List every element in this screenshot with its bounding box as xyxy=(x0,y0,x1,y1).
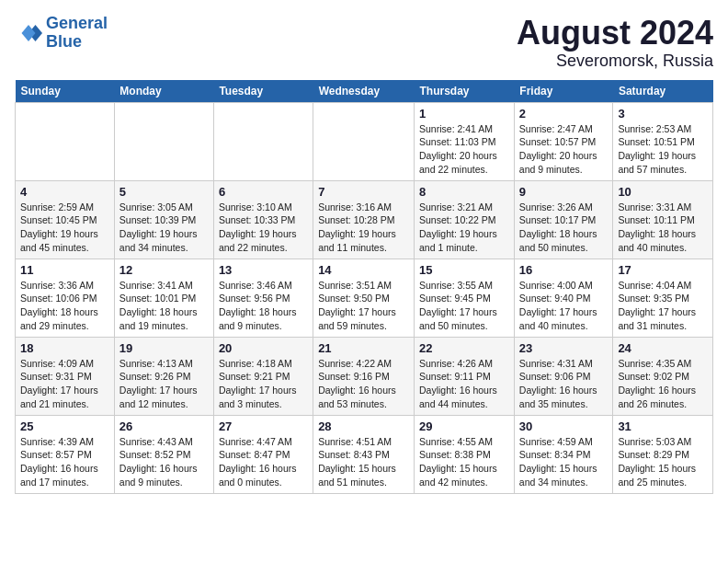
calendar-week-1: 1Sunrise: 2:41 AM Sunset: 11:03 PM Dayli… xyxy=(16,102,713,180)
weekday-header-sunday: Sunday xyxy=(16,80,115,103)
day-number: 25 xyxy=(20,419,109,433)
logo-icon xyxy=(15,19,42,47)
calendar-cell: 1Sunrise: 2:41 AM Sunset: 11:03 PM Dayli… xyxy=(415,102,515,180)
day-number: 15 xyxy=(419,263,509,277)
calendar-cell: 18Sunrise: 4:09 AM Sunset: 9:31 PM Dayli… xyxy=(16,337,115,415)
logo-text: General Blue xyxy=(46,15,108,52)
calendar-cell xyxy=(114,102,213,180)
day-number: 29 xyxy=(419,419,509,433)
day-number: 9 xyxy=(519,185,609,199)
weekday-header-friday: Friday xyxy=(514,80,613,103)
day-info: Sunrise: 4:00 AM Sunset: 9:40 PM Dayligh… xyxy=(519,279,609,333)
calendar-week-2: 4Sunrise: 2:59 AM Sunset: 10:45 PM Dayli… xyxy=(16,180,713,259)
day-info: Sunrise: 4:59 AM Sunset: 8:34 PM Dayligh… xyxy=(519,435,609,489)
day-number: 13 xyxy=(219,263,308,277)
day-number: 23 xyxy=(519,341,609,355)
calendar-cell: 4Sunrise: 2:59 AM Sunset: 10:45 PM Dayli… xyxy=(16,180,115,259)
calendar-cell: 5Sunrise: 3:05 AM Sunset: 10:39 PM Dayli… xyxy=(114,180,213,259)
calendar-week-3: 11Sunrise: 3:36 AM Sunset: 10:06 PM Dayl… xyxy=(16,259,713,337)
weekday-header-saturday: Saturday xyxy=(613,80,713,103)
day-info: Sunrise: 3:21 AM Sunset: 10:22 PM Daylig… xyxy=(419,201,509,255)
day-info: Sunrise: 2:41 AM Sunset: 11:03 PM Daylig… xyxy=(419,122,509,177)
logo-line1: General xyxy=(46,14,108,32)
calendar-cell: 12Sunrise: 3:41 AM Sunset: 10:01 PM Dayl… xyxy=(114,259,213,337)
day-number: 19 xyxy=(119,341,209,355)
day-number: 5 xyxy=(119,185,209,199)
weekday-header-monday: Monday xyxy=(114,80,213,103)
day-number: 14 xyxy=(318,263,409,277)
calendar-cell: 10Sunrise: 3:31 AM Sunset: 10:11 PM Dayl… xyxy=(613,180,713,259)
calendar-cell xyxy=(213,102,313,180)
day-info: Sunrise: 3:26 AM Sunset: 10:17 PM Daylig… xyxy=(519,201,609,255)
logo-line2: Blue xyxy=(46,32,82,51)
page-subtitle: Severomorsk, Russia xyxy=(517,52,713,71)
calendar-cell: 26Sunrise: 4:43 AM Sunset: 8:52 PM Dayli… xyxy=(114,415,213,493)
calendar-cell: 30Sunrise: 4:59 AM Sunset: 8:34 PM Dayli… xyxy=(514,415,613,493)
calendar-table: SundayMondayTuesdayWednesdayThursdayFrid… xyxy=(15,80,713,494)
calendar-cell: 13Sunrise: 3:46 AM Sunset: 9:56 PM Dayli… xyxy=(213,259,313,337)
day-info: Sunrise: 4:31 AM Sunset: 9:06 PM Dayligh… xyxy=(519,357,609,411)
page-header: General Blue August 2024 Severomorsk, Ru… xyxy=(15,15,713,71)
calendar-cell: 14Sunrise: 3:51 AM Sunset: 9:50 PM Dayli… xyxy=(313,259,415,337)
day-info: Sunrise: 4:43 AM Sunset: 8:52 PM Dayligh… xyxy=(119,435,209,489)
calendar-cell: 29Sunrise: 4:55 AM Sunset: 8:38 PM Dayli… xyxy=(415,415,515,493)
day-info: Sunrise: 4:35 AM Sunset: 9:02 PM Dayligh… xyxy=(618,357,708,411)
calendar-cell: 24Sunrise: 4:35 AM Sunset: 9:02 PM Dayli… xyxy=(613,337,713,415)
calendar-cell: 8Sunrise: 3:21 AM Sunset: 10:22 PM Dayli… xyxy=(415,180,515,259)
day-info: Sunrise: 3:31 AM Sunset: 10:11 PM Daylig… xyxy=(618,201,708,255)
day-number: 8 xyxy=(419,185,509,199)
day-info: Sunrise: 3:51 AM Sunset: 9:50 PM Dayligh… xyxy=(318,279,409,333)
calendar-cell: 31Sunrise: 5:03 AM Sunset: 8:29 PM Dayli… xyxy=(613,415,713,493)
day-number: 16 xyxy=(519,263,609,277)
day-number: 10 xyxy=(618,185,708,199)
day-number: 17 xyxy=(618,263,708,277)
day-info: Sunrise: 4:26 AM Sunset: 9:11 PM Dayligh… xyxy=(419,357,509,411)
day-info: Sunrise: 3:16 AM Sunset: 10:28 PM Daylig… xyxy=(318,201,409,255)
day-number: 21 xyxy=(318,341,409,355)
calendar-cell: 16Sunrise: 4:00 AM Sunset: 9:40 PM Dayli… xyxy=(514,259,613,337)
day-info: Sunrise: 3:05 AM Sunset: 10:39 PM Daylig… xyxy=(119,201,209,255)
calendar-cell: 2Sunrise: 2:47 AM Sunset: 10:57 PM Dayli… xyxy=(514,102,613,180)
day-info: Sunrise: 2:53 AM Sunset: 10:51 PM Daylig… xyxy=(618,122,708,177)
day-number: 30 xyxy=(519,419,609,433)
calendar-cell: 15Sunrise: 3:55 AM Sunset: 9:45 PM Dayli… xyxy=(415,259,515,337)
day-info: Sunrise: 5:03 AM Sunset: 8:29 PM Dayligh… xyxy=(618,435,708,489)
day-number: 31 xyxy=(618,419,708,433)
day-info: Sunrise: 3:10 AM Sunset: 10:33 PM Daylig… xyxy=(219,201,308,255)
calendar-cell xyxy=(313,102,415,180)
calendar-cell: 22Sunrise: 4:26 AM Sunset: 9:11 PM Dayli… xyxy=(415,337,515,415)
calendar-cell: 27Sunrise: 4:47 AM Sunset: 8:47 PM Dayli… xyxy=(213,415,313,493)
weekday-header-wednesday: Wednesday xyxy=(313,80,415,103)
day-info: Sunrise: 3:55 AM Sunset: 9:45 PM Dayligh… xyxy=(419,279,509,333)
day-info: Sunrise: 4:13 AM Sunset: 9:26 PM Dayligh… xyxy=(119,357,209,411)
calendar-cell: 19Sunrise: 4:13 AM Sunset: 9:26 PM Dayli… xyxy=(114,337,213,415)
day-info: Sunrise: 4:39 AM Sunset: 8:57 PM Dayligh… xyxy=(20,435,109,489)
day-info: Sunrise: 4:04 AM Sunset: 9:35 PM Dayligh… xyxy=(618,279,708,333)
day-info: Sunrise: 4:18 AM Sunset: 9:21 PM Dayligh… xyxy=(219,357,308,411)
day-number: 28 xyxy=(318,419,409,433)
calendar-cell: 7Sunrise: 3:16 AM Sunset: 10:28 PM Dayli… xyxy=(313,180,415,259)
day-number: 27 xyxy=(219,419,308,433)
day-number: 18 xyxy=(20,341,109,355)
day-number: 6 xyxy=(219,185,308,199)
calendar-cell xyxy=(16,102,115,180)
title-block: August 2024 Severomorsk, Russia xyxy=(517,15,713,71)
day-number: 1 xyxy=(419,107,509,121)
calendar-cell: 11Sunrise: 3:36 AM Sunset: 10:06 PM Dayl… xyxy=(16,259,115,337)
calendar-cell: 20Sunrise: 4:18 AM Sunset: 9:21 PM Dayli… xyxy=(213,337,313,415)
day-info: Sunrise: 3:36 AM Sunset: 10:06 PM Daylig… xyxy=(20,279,109,333)
page-title: August 2024 xyxy=(517,15,713,52)
calendar-cell: 17Sunrise: 4:04 AM Sunset: 9:35 PM Dayli… xyxy=(613,259,713,337)
day-number: 7 xyxy=(318,185,409,199)
logo: General Blue xyxy=(15,15,108,52)
day-number: 22 xyxy=(419,341,509,355)
day-info: Sunrise: 4:47 AM Sunset: 8:47 PM Dayligh… xyxy=(219,435,308,489)
day-number: 20 xyxy=(219,341,308,355)
calendar-cell: 6Sunrise: 3:10 AM Sunset: 10:33 PM Dayli… xyxy=(213,180,313,259)
calendar-cell: 25Sunrise: 4:39 AM Sunset: 8:57 PM Dayli… xyxy=(16,415,115,493)
day-number: 3 xyxy=(618,107,708,121)
weekday-header-tuesday: Tuesday xyxy=(213,80,313,103)
day-number: 24 xyxy=(618,341,708,355)
day-info: Sunrise: 3:41 AM Sunset: 10:01 PM Daylig… xyxy=(119,279,209,333)
calendar-cell: 9Sunrise: 3:26 AM Sunset: 10:17 PM Dayli… xyxy=(514,180,613,259)
